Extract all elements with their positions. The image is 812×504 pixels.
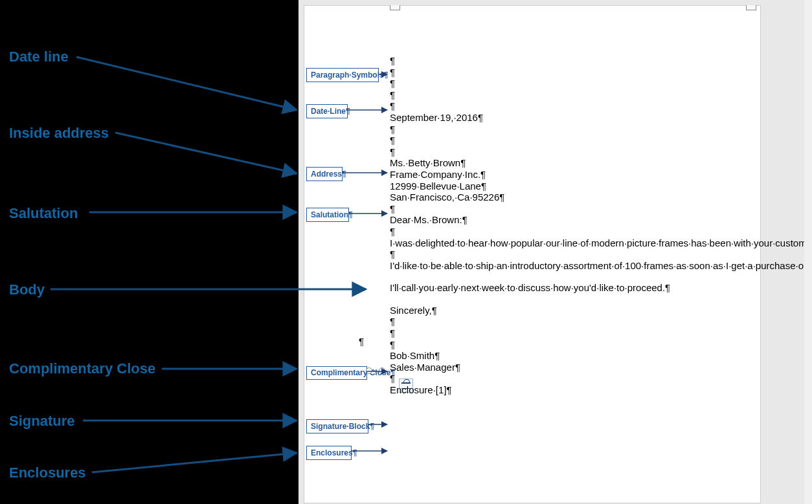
label-inside-address: Inside address: [9, 125, 109, 142]
pilcrow-mark: ¶: [390, 100, 752, 112]
pilcrow-mark: ¶: [390, 89, 752, 101]
label-enclosures: Enclosures: [9, 465, 86, 481]
pilcrow-mark: ¶: [390, 135, 752, 146]
signature-line: Sales·Manager¶: [390, 362, 752, 373]
address-line: Frame·Company·Inc.¶: [390, 169, 752, 181]
pilcrow-mark: ¶: [390, 203, 752, 215]
callout-paragraph-symbols[interactable]: Paragraph·Symbols¶: [306, 68, 379, 82]
document-area: Paragraph·Symbols¶ Date·Line¶ Address¶ S…: [299, 0, 812, 504]
enclosure-line: Enclosure·[1]¶: [390, 384, 752, 396]
pilcrow-mark: ¶: [390, 248, 752, 260]
label-salutation: Salutation: [9, 205, 78, 222]
pilcrow-mark: ¶: [390, 67, 752, 78]
pilcrow-mark: ¶: [390, 373, 752, 384]
signature-line: Bob·Smith¶: [390, 350, 752, 362]
date-line: September·19,·2016¶: [390, 112, 752, 124]
margin-marker-left: [390, 5, 400, 10]
pilcrow-mark: ¶: [390, 55, 752, 67]
label-date-line: Date line: [9, 49, 69, 65]
page[interactable]: Paragraph·Symbols¶ Date·Line¶ Address¶ S…: [304, 5, 761, 503]
address-line: 12999·Bellevue·Lane¶: [390, 181, 752, 192]
label-complimentary-close: Complimentary Close: [9, 360, 155, 377]
salutation-line: Dear·Ms.·Brown:¶: [390, 214, 752, 226]
annotation-sidebar: Date line Inside address Salutation Body…: [0, 0, 299, 504]
selection-handle[interactable]: [366, 367, 372, 374]
vertical-scrollbar[interactable]: [804, 0, 812, 504]
margin-marker-right: [746, 5, 756, 10]
callout-signature-block[interactable]: Signature·Block¶: [306, 419, 368, 433]
address-line: Ms.·Betty·Brown¶: [390, 157, 752, 169]
pilcrow-mark: ¶: [390, 339, 752, 351]
complimentary-close-line: Sincerely,¶: [390, 305, 752, 316]
pilcrow-mark: ¶: [390, 78, 752, 89]
callout-enclosures[interactable]: Enclosures¶: [306, 446, 352, 460]
pilcrow-mark: ¶: [390, 146, 752, 158]
pilcrow-mark: ¶: [390, 327, 752, 339]
pilcrow-mark: ¶: [390, 226, 752, 237]
body-paragraph: I·was·delighted·to·hear·how·popular·our·…: [390, 237, 752, 249]
document-text[interactable]: ¶ ¶ ¶ ¶ ¶ September·19,·2016¶ ¶ ¶ ¶ Ms.·…: [390, 55, 752, 396]
body-paragraph: I'll·call·you·early·next·week·to·discuss…: [390, 282, 752, 294]
selection-handle[interactable]: [379, 367, 385, 374]
label-body: Body: [9, 281, 45, 298]
callout-complimentary-close[interactable]: Complimentary·Close¶: [306, 366, 367, 380]
callout-salutation[interactable]: Salutation¶: [306, 208, 349, 222]
body-paragraph: I'd·like·to·be·able·to·ship·an·introduct…: [390, 260, 752, 272]
pilcrow-mark: ¶: [359, 336, 364, 347]
callout-date-line[interactable]: Date·Line¶: [306, 104, 348, 118]
pilcrow-mark: ¶: [390, 124, 752, 135]
label-signature: Signature: [9, 413, 74, 430]
address-line: San·Francisco,·Ca·95226¶: [390, 192, 752, 203]
callout-address[interactable]: Address¶: [306, 167, 343, 181]
pilcrow-mark: ¶: [390, 316, 752, 327]
